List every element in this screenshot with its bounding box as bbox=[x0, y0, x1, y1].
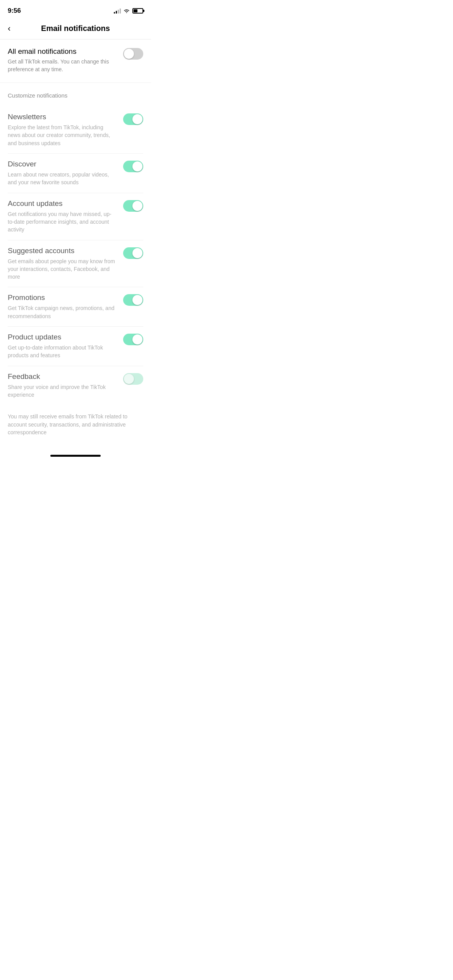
all-notifications-desc: Get all TikTok emails. You can change th… bbox=[8, 58, 117, 73]
status-icons bbox=[114, 8, 143, 14]
newsletters-toggle[interactable] bbox=[123, 113, 143, 125]
setting-feedback: Feedback Share your voice and improve th… bbox=[8, 366, 143, 405]
newsletters-desc: Explore the latest from TikTok, includin… bbox=[8, 123, 117, 147]
discover-toggle[interactable] bbox=[123, 161, 143, 172]
content: All email notifications Get all TikTok e… bbox=[0, 39, 151, 452]
promotions-label: Promotions bbox=[8, 293, 117, 302]
product-updates-desc: Get up-to-date information about TikTok … bbox=[8, 344, 117, 360]
feedback-label: Feedback bbox=[8, 372, 117, 381]
account-updates-label: Account updates bbox=[8, 199, 117, 208]
suggested-accounts-toggle[interactable] bbox=[123, 247, 143, 259]
customize-title: Customize notifications bbox=[8, 92, 143, 99]
discover-desc: Learn about new creators, popular videos… bbox=[8, 171, 117, 187]
product-updates-toggle[interactable] bbox=[123, 334, 143, 345]
home-bar bbox=[50, 455, 101, 457]
promotions-toggle[interactable] bbox=[123, 294, 143, 306]
all-notifications-toggle-knob bbox=[124, 49, 134, 59]
setting-promotions: Promotions Get TikTok campaign news, pro… bbox=[8, 287, 143, 327]
setting-suggested-accounts: Suggested accounts Get emails about peop… bbox=[8, 240, 143, 288]
home-indicator bbox=[0, 452, 151, 461]
header: ‹ Email notifications bbox=[0, 19, 151, 39]
newsletters-label: Newsletters bbox=[8, 113, 117, 121]
footer-note: You may still receive emails from TikTok… bbox=[0, 405, 151, 452]
status-time: 9:56 bbox=[8, 7, 21, 15]
setting-product-updates: Product updates Get up-to-date informati… bbox=[8, 327, 143, 366]
all-email-notifications-section: All email notifications Get all TikTok e… bbox=[0, 39, 151, 83]
all-notifications-toggle-container bbox=[123, 48, 143, 60]
setting-discover: Discover Learn about new creators, popul… bbox=[8, 154, 143, 193]
all-notifications-toggle[interactable] bbox=[123, 48, 143, 60]
all-notifications-label: All email notifications bbox=[8, 47, 117, 56]
discover-label: Discover bbox=[8, 160, 117, 168]
battery-icon bbox=[132, 8, 143, 14]
product-updates-label: Product updates bbox=[8, 333, 117, 341]
feedback-toggle[interactable] bbox=[123, 373, 143, 385]
suggested-accounts-label: Suggested accounts bbox=[8, 247, 117, 255]
account-updates-toggle[interactable] bbox=[123, 200, 143, 212]
status-bar: 9:56 bbox=[0, 0, 151, 19]
promotions-desc: Get TikTok campaign news, promotions, an… bbox=[8, 304, 117, 320]
signal-icon bbox=[114, 8, 121, 14]
all-notifications-row: All email notifications Get all TikTok e… bbox=[8, 47, 143, 73]
all-notifications-text: All email notifications Get all TikTok e… bbox=[8, 47, 117, 73]
customize-section: Customize notifications Newsletters Expl… bbox=[0, 83, 151, 405]
back-button[interactable]: ‹ bbox=[6, 22, 12, 35]
setting-account-updates: Account updates Get notifications you ma… bbox=[8, 193, 143, 240]
setting-newsletters: Newsletters Explore the latest from TikT… bbox=[8, 106, 143, 154]
suggested-accounts-desc: Get emails about people you may know fro… bbox=[8, 257, 117, 281]
page-title: Email notifications bbox=[41, 24, 110, 33]
wifi-icon bbox=[123, 8, 130, 14]
account-updates-desc: Get notifications you may have missed, u… bbox=[8, 210, 117, 234]
feedback-desc: Share your voice and improve the TikTok … bbox=[8, 383, 117, 399]
